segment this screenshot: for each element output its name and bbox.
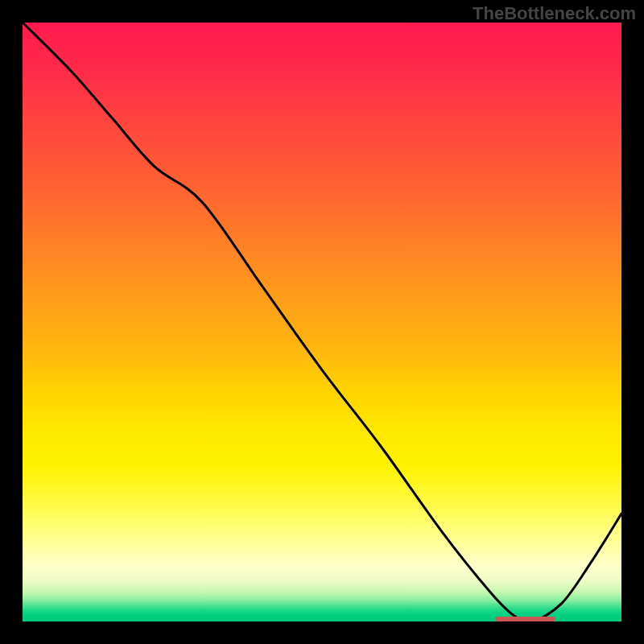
chart-container: TheBottleneck.com — [0, 0, 644, 644]
watermark-text: TheBottleneck.com — [473, 3, 636, 24]
line-curve — [23, 23, 621, 621]
plot-area — [23, 23, 621, 621]
optimal-range-marker — [496, 617, 555, 621]
